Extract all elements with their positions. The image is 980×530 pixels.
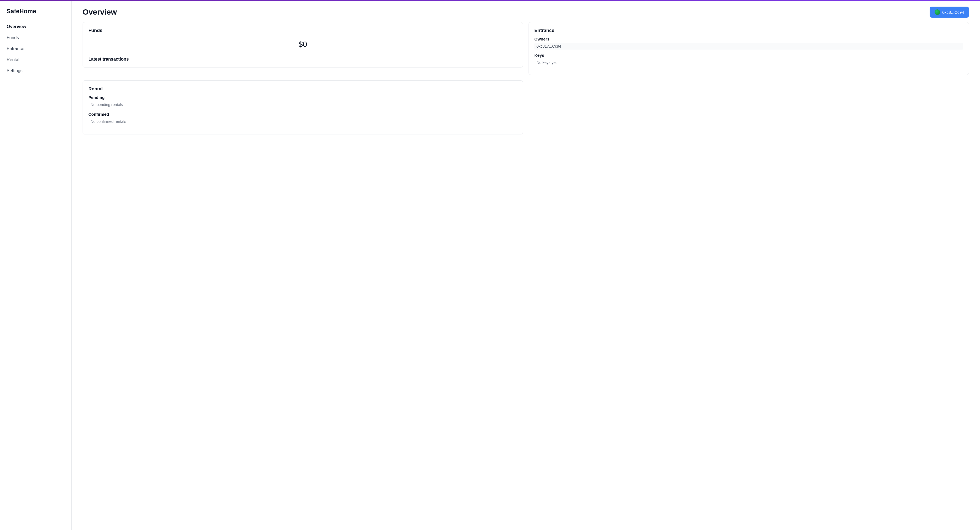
keys-section: Keys No keys yet <box>534 53 963 66</box>
rental-card: Rental Pending No pending rentals Confir… <box>83 80 523 134</box>
sidebar-item-overview[interactable]: Overview <box>2 21 69 32</box>
owners-label: Owners <box>534 37 963 42</box>
sidebar-item-settings[interactable]: Settings <box>2 65 69 76</box>
no-keys-text: No keys yet <box>534 59 963 66</box>
owners-section: Owners 0xc817...Cc94 <box>534 37 963 49</box>
pending-label: Pending <box>88 95 517 100</box>
main-header: Overview 0xc8...Cc94 <box>72 1 980 22</box>
wallet-globe-icon <box>935 10 940 15</box>
wallet-button[interactable]: 0xc8...Cc94 <box>930 6 969 18</box>
owner-address: 0xc817...Cc94 <box>534 43 963 49</box>
confirmed-section: Confirmed No confirmed rentals <box>88 112 517 125</box>
sidebar: SafeHome Overview Funds Entrance Rental … <box>0 1 72 530</box>
funds-card-title: Funds <box>88 28 517 34</box>
dashboard-grid: Funds $0 Latest transactions Entrance Ow… <box>72 22 980 145</box>
funds-card: Funds $0 Latest transactions <box>83 22 523 67</box>
sidebar-item-entrance[interactable]: Entrance <box>2 43 69 54</box>
wallet-address: 0xc8...Cc94 <box>942 10 964 14</box>
entrance-card: Entrance Owners 0xc817...Cc94 Keys No ke… <box>528 22 969 75</box>
keys-label: Keys <box>534 53 963 57</box>
funds-amount: $0 <box>88 37 517 52</box>
sidebar-nav: Overview Funds Entrance Rental Settings <box>0 21 71 76</box>
no-pending-text: No pending rentals <box>88 101 517 108</box>
pending-section: Pending No pending rentals <box>88 95 517 108</box>
sidebar-item-rental[interactable]: Rental <box>2 54 69 65</box>
rental-card-title: Rental <box>88 86 517 92</box>
no-confirmed-text: No confirmed rentals <box>88 118 517 125</box>
confirmed-label: Confirmed <box>88 112 517 117</box>
entrance-card-title: Entrance <box>534 28 963 34</box>
main-content: Overview 0xc8...Cc94 Funds $0 Latest tra… <box>72 1 980 530</box>
latest-transactions-label: Latest transactions <box>88 57 517 62</box>
page-title: Overview <box>83 8 117 16</box>
app-logo: SafeHome <box>0 3 71 21</box>
sidebar-item-funds[interactable]: Funds <box>2 32 69 43</box>
